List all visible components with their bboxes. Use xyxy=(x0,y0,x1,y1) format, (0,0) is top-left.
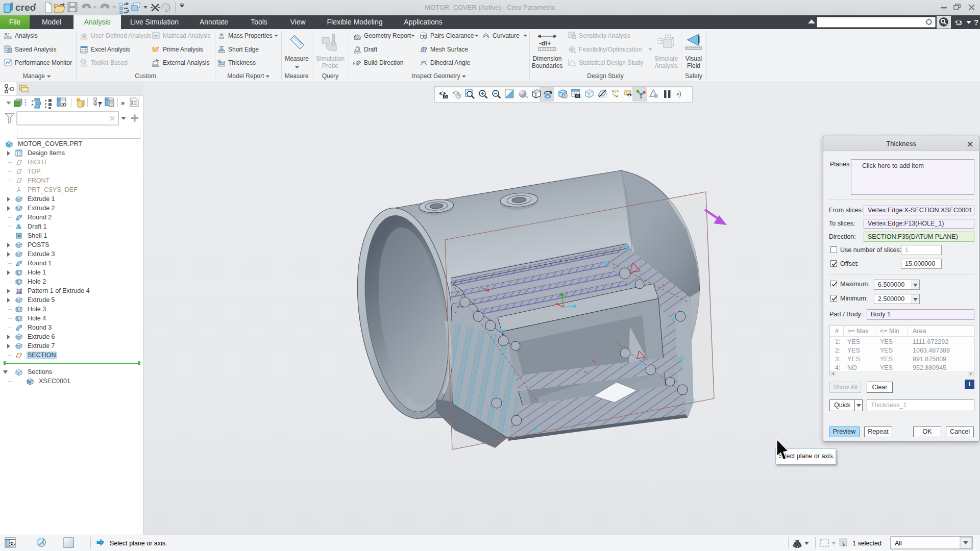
svg-text:»: » xyxy=(121,99,125,107)
svg-text:1 selected: 1 selected xyxy=(852,540,881,547)
svg-text:-dl+: -dl+ xyxy=(539,39,551,47)
svg-text:3D: 3D xyxy=(217,59,222,62)
svg-text:✕/: ✕/ xyxy=(611,89,617,94)
svg-text:Select plane or axis.: Select plane or axis. xyxy=(110,540,167,547)
svg-text:All: All xyxy=(895,540,902,547)
svg-text:?: ? xyxy=(974,18,978,27)
svg-text:✕/: ✕/ xyxy=(4,32,9,37)
svg-text:M: M xyxy=(154,34,158,38)
svg-text:M: M xyxy=(152,45,158,54)
